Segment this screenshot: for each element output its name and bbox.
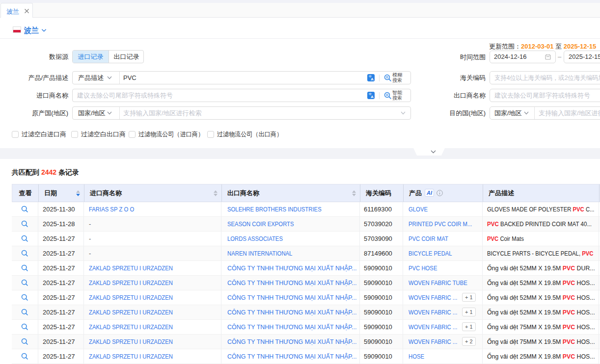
svg-text:A: A (371, 77, 374, 81)
svg-text:A: A (371, 95, 374, 99)
